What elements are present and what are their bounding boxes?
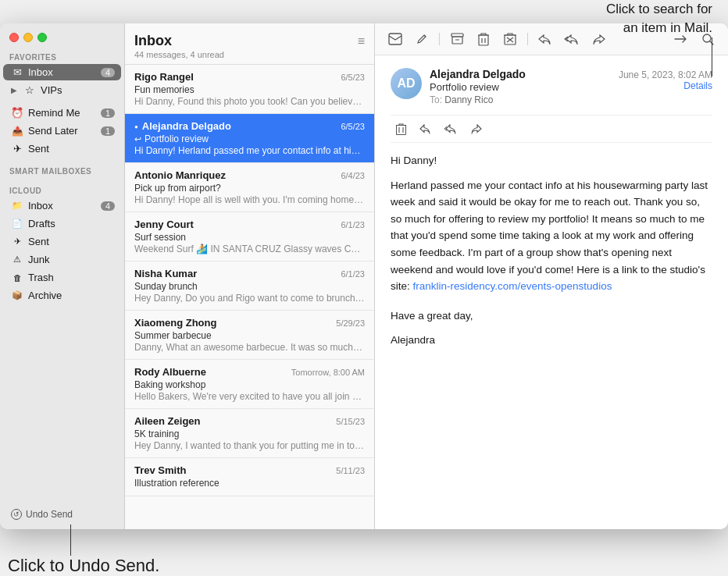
details-link[interactable]: Details bbox=[619, 80, 712, 91]
msg-date: 6/4/23 bbox=[341, 171, 365, 180]
sidebar-item-sent[interactable]: ✈ Sent bbox=[3, 140, 121, 157]
sidebar-item-archive[interactable]: 📦 Archive bbox=[3, 287, 121, 304]
expand-icon: ▶ bbox=[11, 86, 17, 94]
traffic-lights bbox=[0, 23, 124, 48]
icloud-section-label: iCloud bbox=[0, 182, 124, 197]
sidebar-item-junk[interactable]: ⚠ Junk bbox=[3, 251, 121, 268]
delete-button[interactable] bbox=[473, 28, 494, 50]
msg-subject: Surf session bbox=[134, 232, 365, 243]
reply-button[interactable] bbox=[534, 28, 556, 50]
minimize-button[interactable] bbox=[23, 33, 33, 42]
sidebar-item-remind-me[interactable]: ⏰ Remind Me 1 bbox=[3, 105, 121, 121]
studio-link[interactable]: franklin-residency.com/events-openstudio… bbox=[413, 280, 612, 292]
icloud-sent-icon: ✈ bbox=[11, 236, 23, 247]
sidebar-item-send-later[interactable]: 📤 Send Later 1 bbox=[3, 123, 121, 139]
junk-button[interactable] bbox=[499, 28, 521, 50]
message-item[interactable]: Nisha Kumar 6/1/23 Sunday brunch Hey Dan… bbox=[125, 261, 374, 311]
msg-subject: ↩Portfolio review bbox=[134, 133, 365, 144]
trash-icon: 🗑 bbox=[11, 273, 23, 283]
filter-icon[interactable]: ≡ bbox=[358, 34, 365, 48]
message-item[interactable]: Rody Albuerne Tomorrow, 8:00 AM Baking w… bbox=[125, 360, 374, 409]
remind-me-badge: 1 bbox=[101, 108, 115, 118]
toolbar-separator bbox=[439, 33, 440, 45]
sidebar-item-label: Junk bbox=[28, 254, 115, 265]
sidebar-item-label: Remind Me bbox=[28, 107, 96, 119]
message-list: Inbox 44 messages, 4 unread ≡ Rigo Range… bbox=[125, 23, 375, 529]
message-item[interactable]: Trev Smith 5/11/23 Illustration referenc… bbox=[125, 458, 374, 496]
get-mail-button[interactable] bbox=[384, 28, 406, 50]
email-body: Hi Danny! Herland passed me your contact… bbox=[391, 152, 712, 349]
more-button[interactable] bbox=[670, 28, 692, 50]
msg-date: 6/1/23 bbox=[341, 220, 365, 229]
sidebar-item-label: Send Later bbox=[28, 125, 96, 137]
msg-sender: Aileen Zeigen bbox=[134, 415, 330, 427]
sidebar-bottom: ↺ Undo Send bbox=[0, 500, 124, 529]
sidebar-item-icloud-sent[interactable]: ✈ Sent bbox=[3, 233, 121, 250]
sidebar-item-drafts[interactable]: 📄 Drafts bbox=[3, 215, 121, 232]
msg-date: 6/5/23 bbox=[341, 73, 365, 82]
sidebar-item-trash[interactable]: 🗑 Trash bbox=[3, 269, 121, 286]
sidebar-item-inbox[interactable]: ✉ Inbox 4 bbox=[3, 64, 121, 80]
detail-toolbar bbox=[375, 23, 728, 55]
msg-date: Tomorrow, 8:00 AM bbox=[291, 368, 365, 377]
undo-send-label: Undo Send bbox=[26, 509, 73, 520]
message-item[interactable]: Alejandra Delgado 6/5/23 ↩Portfolio revi… bbox=[125, 114, 374, 163]
compose-button[interactable] bbox=[411, 28, 433, 50]
sidebar-item-label: Trash bbox=[28, 272, 115, 283]
toolbar-separator bbox=[527, 33, 528, 45]
close-button[interactable] bbox=[9, 33, 19, 42]
message-item[interactable]: Jenny Court 6/1/23 Surf session Weekend … bbox=[125, 212, 374, 261]
forward-button[interactable] bbox=[587, 28, 609, 50]
fullscreen-button[interactable] bbox=[37, 33, 47, 42]
email-from: Alejandra Delgado bbox=[430, 68, 619, 80]
sidebar-item-icloud-inbox[interactable]: 📁 Inbox 4 bbox=[3, 197, 121, 214]
msg-preview: Weekend Surf 🏄 IN SANTA CRUZ Glassy wave… bbox=[134, 244, 365, 254]
send-later-badge: 1 bbox=[101, 126, 115, 136]
undo-send-button[interactable]: ↺ Undo Send bbox=[6, 506, 118, 523]
sidebar-item-label: Inbox bbox=[28, 200, 96, 212]
search-button[interactable] bbox=[697, 28, 719, 50]
msg-sender: Rody Albuerne bbox=[134, 366, 285, 378]
sidebar-item-vips[interactable]: ▶ ☆ VIPs bbox=[3, 82, 121, 98]
msg-sender: Alejandra Delgado bbox=[134, 120, 334, 132]
smart-mailboxes-label: Smart Mailboxes bbox=[0, 162, 124, 177]
email-subject-line: Portfolio review bbox=[430, 81, 619, 93]
app-window: Favorites ✉ Inbox 4 ▶ ☆ VIPs ⏰ Remind Me… bbox=[0, 23, 728, 529]
msg-preview: Hey Danny, I wanted to thank you for put… bbox=[134, 440, 365, 451]
msg-subject: Baking workshop bbox=[134, 379, 365, 390]
svg-point-5 bbox=[703, 34, 711, 42]
message-list-header: Inbox 44 messages, 4 unread ≡ bbox=[125, 23, 374, 65]
msg-subject: Pick up from airport? bbox=[134, 183, 365, 194]
message-item[interactable]: Antonio Manriquez 6/4/23 Pick up from ai… bbox=[125, 163, 374, 212]
inbox-title: Inbox bbox=[134, 33, 224, 49]
msg-preview: Hi Danny! Hope all is well with you. I'm… bbox=[134, 194, 365, 205]
sidebar-item-label: Inbox bbox=[28, 66, 96, 78]
message-item[interactable]: Aileen Zeigen 5/15/23 5K training Hey Da… bbox=[125, 409, 374, 458]
inline-reply-all-button[interactable] bbox=[441, 119, 461, 139]
email-meta: Alejandra Delgado Portfolio review To: D… bbox=[430, 68, 619, 105]
msg-date: 6/1/23 bbox=[341, 269, 365, 279]
sidebar-item-label: Sent bbox=[28, 143, 115, 155]
reply-all-button[interactable] bbox=[561, 28, 583, 50]
archive-button[interactable] bbox=[446, 28, 468, 50]
vip-icon: ☆ bbox=[23, 84, 36, 96]
message-item[interactable]: Rigo Rangel 6/5/23 Fun memories Hi Danny… bbox=[125, 65, 374, 114]
email-header: AD Alejandra Delgado Portfolio review To… bbox=[391, 68, 712, 105]
sidebar-item-label: Archive bbox=[28, 290, 115, 301]
msg-subject: Fun memories bbox=[134, 84, 365, 95]
send-later-icon: 📤 bbox=[11, 126, 23, 137]
msg-sender: Nisha Kumar bbox=[134, 268, 334, 279]
inline-reply-button[interactable] bbox=[416, 119, 436, 139]
junk-icon: ⚠ bbox=[11, 254, 23, 265]
inline-forward-button[interactable] bbox=[466, 119, 486, 139]
inline-delete-button[interactable] bbox=[391, 119, 411, 139]
svg-rect-6 bbox=[396, 125, 405, 134]
msg-preview: Hey Danny, Do you and Rigo want to come … bbox=[134, 293, 365, 304]
inbox-count: 44 messages, 4 unread bbox=[134, 50, 224, 59]
msg-date: 6/5/23 bbox=[341, 122, 365, 131]
msg-subject: Sunday brunch bbox=[134, 281, 365, 292]
icloud-inbox-icon: 📁 bbox=[11, 201, 23, 211]
sidebar: Favorites ✉ Inbox 4 ▶ ☆ VIPs ⏰ Remind Me… bbox=[0, 23, 125, 529]
message-item[interactable]: Xiaomeng Zhong 5/29/23 Summer barbecue D… bbox=[125, 311, 374, 360]
sender-avatar: AD bbox=[391, 68, 422, 99]
